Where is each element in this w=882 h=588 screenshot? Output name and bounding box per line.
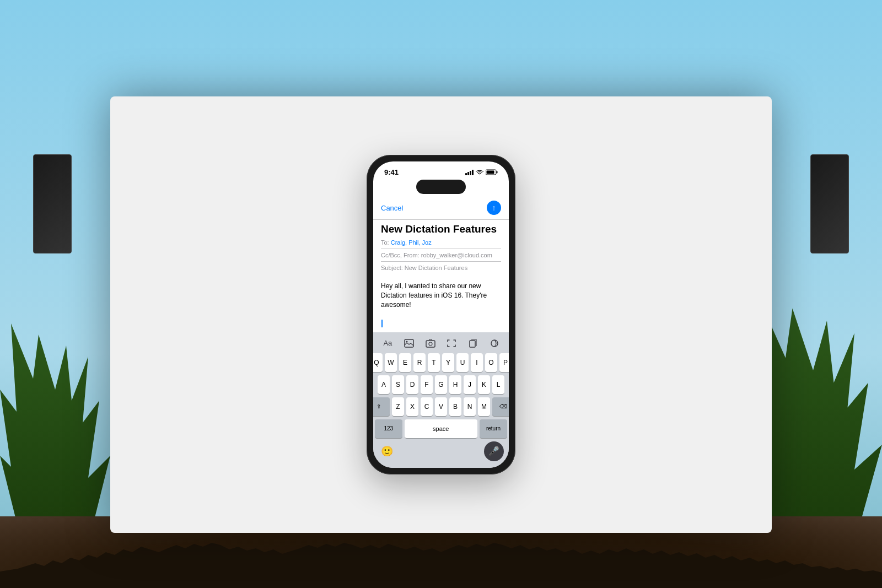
svg-rect-1 bbox=[487, 171, 494, 174]
toolbar-scan-icon[interactable] bbox=[444, 337, 459, 350]
key-space[interactable]: space bbox=[405, 419, 478, 438]
key-row-2: A S D F G H J K L bbox=[375, 375, 507, 394]
key-L[interactable]: L bbox=[492, 375, 504, 394]
body-text: Hey all, I wanted to share our new Dicta… bbox=[381, 282, 487, 309]
key-X[interactable]: X bbox=[406, 397, 418, 416]
compose-subject-area: New Dictation Features To: Craig, Phil, … bbox=[373, 220, 509, 277]
iphone-mockup: 9:41 bbox=[367, 155, 515, 474]
key-J[interactable]: J bbox=[464, 375, 476, 394]
email-compose: Cancel ↑ New Dictation Features To: Crai… bbox=[373, 197, 509, 468]
key-N[interactable]: N bbox=[464, 397, 476, 416]
subject-value: New Dictation Features bbox=[405, 265, 467, 271]
toolbar-camera-icon[interactable] bbox=[423, 337, 438, 350]
toolbar-format-icon[interactable]: Aa bbox=[380, 337, 395, 350]
key-R[interactable]: R bbox=[413, 353, 426, 372]
key-S[interactable]: S bbox=[392, 375, 404, 394]
svg-rect-7 bbox=[470, 341, 475, 347]
send-button[interactable]: ↑ bbox=[487, 201, 501, 215]
key-Z[interactable]: Z bbox=[392, 397, 404, 416]
key-K[interactable]: K bbox=[478, 375, 490, 394]
key-E[interactable]: E bbox=[399, 353, 411, 372]
svg-rect-5 bbox=[426, 341, 435, 347]
toolbar-image-icon[interactable] bbox=[401, 337, 417, 350]
dictation-mic-button[interactable]: 🎤 bbox=[484, 441, 504, 461]
key-row-3: ⇧ Z X C V B N M ⌫ bbox=[375, 397, 507, 416]
key-B[interactable]: B bbox=[449, 397, 461, 416]
battery-icon bbox=[486, 169, 498, 175]
svg-rect-2 bbox=[497, 171, 498, 174]
key-Q[interactable]: Q bbox=[373, 353, 383, 372]
email-body[interactable]: Hey all, I wanted to share our new Dicta… bbox=[373, 277, 509, 332]
svg-point-4 bbox=[406, 341, 407, 342]
text-cursor bbox=[381, 320, 383, 327]
key-H[interactable]: H bbox=[449, 375, 461, 394]
key-A[interactable]: A bbox=[378, 375, 390, 394]
to-label: To: bbox=[381, 239, 391, 246]
key-row-1: Q W E R T Y U I O P bbox=[375, 353, 507, 372]
key-M[interactable]: M bbox=[478, 397, 490, 416]
toolbar-files-icon[interactable] bbox=[465, 337, 481, 350]
keyboard-area: Aa bbox=[373, 332, 509, 468]
speaker-box-right bbox=[810, 154, 849, 253]
keyboard-toolbar: Aa bbox=[375, 335, 507, 353]
key-F[interactable]: F bbox=[421, 375, 433, 394]
status-time: 9:41 bbox=[384, 168, 399, 176]
key-C[interactable]: C bbox=[421, 397, 433, 416]
key-delete[interactable]: ⌫ bbox=[492, 397, 509, 416]
key-shift[interactable]: ⇧ bbox=[373, 397, 390, 416]
iphone-screen: 9:41 bbox=[373, 161, 509, 468]
key-V[interactable]: V bbox=[435, 397, 447, 416]
status-bar: 9:41 bbox=[373, 161, 509, 180]
keyboard-rows: Q W E R T Y U I O P A bbox=[375, 353, 507, 438]
presentation-screen: 9:41 bbox=[110, 96, 772, 533]
cancel-button[interactable]: Cancel bbox=[381, 204, 403, 212]
keyboard-bottom-bar: 🙂 🎤 bbox=[375, 438, 507, 463]
key-numbers[interactable]: 123 bbox=[375, 419, 402, 438]
key-P[interactable]: P bbox=[499, 353, 509, 372]
dynamic-island bbox=[416, 180, 466, 194]
to-field[interactable]: To: Craig, Phil, Joz bbox=[381, 236, 501, 249]
key-O[interactable]: O bbox=[485, 353, 497, 372]
key-row-bottom: 123 space return bbox=[375, 419, 507, 438]
svg-point-6 bbox=[429, 342, 432, 346]
status-icons bbox=[465, 169, 498, 175]
to-recipients: Craig, Phil, Joz bbox=[391, 239, 432, 246]
speaker-box-left bbox=[33, 154, 72, 253]
compose-top-bar: Cancel ↑ bbox=[373, 197, 509, 220]
key-G[interactable]: G bbox=[435, 375, 447, 394]
key-return[interactable]: return bbox=[480, 419, 507, 438]
subject-label: Subject: bbox=[381, 265, 403, 271]
cc-bcc-field[interactable]: Cc/Bcc, From: robby_walker@icloud.com bbox=[381, 249, 501, 262]
key-W[interactable]: W bbox=[385, 353, 397, 372]
subject-field[interactable]: Subject: New Dictation Features bbox=[381, 262, 501, 274]
key-I[interactable]: I bbox=[471, 353, 483, 372]
wifi-icon bbox=[476, 170, 483, 175]
key-T[interactable]: T bbox=[428, 353, 440, 372]
email-subject-title: New Dictation Features bbox=[381, 223, 501, 235]
toolbar-sticker-icon[interactable] bbox=[487, 337, 502, 350]
signal-bars-icon bbox=[465, 170, 474, 175]
key-D[interactable]: D bbox=[406, 375, 418, 394]
from-email: robby_walker@icloud.com bbox=[421, 252, 492, 258]
cc-bcc-label: Cc/Bcc, From: bbox=[381, 252, 420, 258]
key-U[interactable]: U bbox=[456, 353, 469, 372]
home-indicator bbox=[375, 463, 507, 468]
key-Y[interactable]: Y bbox=[442, 353, 454, 372]
emoji-icon[interactable]: 🙂 bbox=[378, 443, 396, 460]
